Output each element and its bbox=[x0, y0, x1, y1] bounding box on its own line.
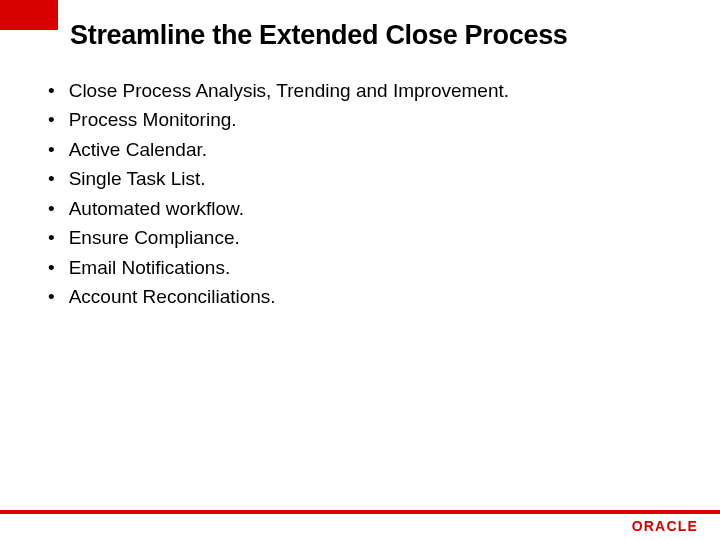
list-item: Email Notifications. bbox=[48, 253, 509, 282]
list-item-text: Automated workflow. bbox=[69, 194, 244, 223]
list-item: Automated workflow. bbox=[48, 194, 509, 223]
list-item: Account Reconciliations. bbox=[48, 282, 509, 311]
list-item-text: Close Process Analysis, Trending and Imp… bbox=[69, 76, 509, 105]
bullet-list: Close Process Analysis, Trending and Imp… bbox=[48, 76, 509, 312]
list-item-text: Active Calendar. bbox=[69, 135, 207, 164]
list-item-text: Ensure Compliance. bbox=[69, 223, 240, 252]
oracle-logo: ORACLE bbox=[632, 518, 698, 534]
branding-red-square bbox=[0, 0, 58, 30]
list-item: Process Monitoring. bbox=[48, 105, 509, 134]
list-item-text: Process Monitoring. bbox=[69, 105, 237, 134]
list-item-text: Single Task List. bbox=[69, 164, 206, 193]
list-item-text: Account Reconciliations. bbox=[69, 282, 276, 311]
list-item: Ensure Compliance. bbox=[48, 223, 509, 252]
list-item: Active Calendar. bbox=[48, 135, 509, 164]
list-item: Single Task List. bbox=[48, 164, 509, 193]
list-item-text: Email Notifications. bbox=[69, 253, 231, 282]
list-item: Close Process Analysis, Trending and Imp… bbox=[48, 76, 509, 105]
footer-divider-bar bbox=[0, 510, 720, 514]
slide-title: Streamline the Extended Close Process bbox=[70, 20, 568, 51]
